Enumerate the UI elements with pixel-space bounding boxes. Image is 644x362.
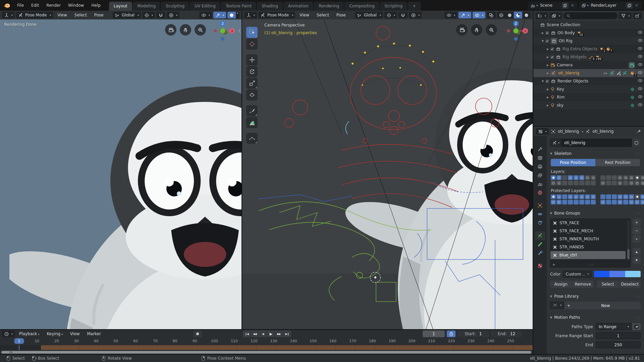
layer-toggle[interactable] [606, 175, 611, 180]
viewport-canvas-rendered[interactable]: Rendering Done Z X ❮ [0, 19, 241, 329]
visibility-eye[interactable] [638, 78, 643, 84]
layer-toggle[interactable] [574, 181, 579, 185]
scene-selector[interactable]: ▾ Scene [528, 2, 577, 9]
timeline-menu-keying[interactable]: Keying▾ [44, 331, 66, 337]
properties-tab-physics[interactable] [535, 219, 545, 227]
shading-solid[interactable] [505, 12, 514, 18]
select-button[interactable]: Select [597, 281, 619, 288]
workspace-tab-scripting[interactable]: Scripting [380, 2, 407, 11]
fake-user-button[interactable] [632, 139, 641, 147]
outliner-row-rig-extra-objects[interactable]: ▶✓Rig Extra Objects27 [533, 45, 644, 53]
color-set-dropdown[interactable]: Custom ..▾ [563, 270, 591, 278]
layer-toggle[interactable] [629, 194, 634, 199]
play-button[interactable]: ▶ [267, 330, 275, 337]
shading-rendered[interactable] [227, 12, 236, 18]
jump-start-button[interactable]: ❙◀ [243, 330, 251, 337]
visibility-eye[interactable] [638, 102, 643, 108]
properties-editor-type[interactable]: ▾ [536, 128, 549, 135]
bone-group-str_inner_mouth[interactable]: STR_INNER_MOUTH [550, 235, 630, 243]
disclosure-icon[interactable]: ▼ [540, 80, 545, 83]
layer-toggle[interactable] [600, 175, 605, 180]
properties-tab-tool[interactable] [535, 145, 545, 154]
frame-range-end-field[interactable]: 250 [596, 341, 641, 348]
layer-toggle[interactable] [591, 181, 596, 185]
search-input[interactable] [564, 12, 618, 19]
outliner-display-mode[interactable]: ▾ [535, 12, 548, 19]
shading-material-preview[interactable] [514, 12, 522, 18]
color-swatch-1[interactable] [594, 271, 609, 277]
layer-toggle[interactable] [606, 181, 611, 185]
visibility-eye[interactable] [638, 86, 643, 92]
preview-range-button[interactable] [447, 330, 455, 337]
bone-group-blue_ctrl[interactable]: blue_ctrl [550, 251, 626, 259]
remove-bone-group-button[interactable]: − [633, 227, 641, 234]
layer-toggle[interactable] [562, 175, 567, 180]
layer-toggle[interactable] [618, 194, 623, 199]
layer-toggle[interactable] [623, 181, 628, 185]
snap-toggle[interactable] [398, 12, 408, 18]
menu-help[interactable]: Help [88, 2, 104, 9]
properties-tab-render[interactable] [535, 154, 545, 162]
layer-toggle[interactable] [574, 175, 579, 180]
remove-button[interactable]: Remove [572, 281, 594, 288]
workspace-tab-shading[interactable]: Shading [257, 2, 283, 11]
checkbox[interactable]: ✓ [545, 31, 549, 35]
workspace-tab-[interactable]: + [408, 2, 421, 11]
layer-toggle[interactable] [618, 181, 623, 185]
layer-toggle[interactable] [551, 175, 556, 180]
menu-edit[interactable]: Edit [28, 2, 43, 9]
layer-toggle[interactable] [635, 194, 640, 199]
outliner-row-key[interactable]: ▶Key [533, 85, 644, 93]
layer-toggle[interactable] [640, 194, 644, 199]
header-menu-select[interactable]: Select [314, 12, 332, 18]
bone-groups-panel-header[interactable]: ▼ Bone Groups :::: [550, 209, 641, 217]
disclosure-icon[interactable]: ▶ [545, 48, 550, 51]
bone-group-str_hands[interactable]: STR_HANDS [550, 243, 630, 251]
disclosure-icon[interactable]: ▼ [540, 40, 545, 43]
header-menu-pose[interactable]: Pose [333, 12, 349, 18]
new-layer-button[interactable] [626, 2, 633, 9]
end-frame-field[interactable]: End:12 [491, 330, 522, 337]
workspace-tab-sculpting[interactable]: Sculpting [161, 2, 189, 11]
playhead[interactable] [19, 345, 19, 350]
proportional-editing[interactable]: ▾ [409, 12, 422, 18]
transform-orientation[interactable]: Global▾ [355, 12, 383, 18]
paths-type-dropdown[interactable]: In Range▾ [596, 323, 632, 330]
timeline-ruler[interactable]: 1020304050607080901001101201301401501601… [0, 338, 533, 345]
camera-view-button[interactable] [165, 24, 176, 36]
timeline-menu-view[interactable]: View [67, 331, 83, 337]
checkbox[interactable]: ✓ [550, 55, 554, 59]
tool-annotate[interactable] [246, 105, 258, 116]
properties-tab-view-layer[interactable] [535, 171, 545, 180]
layer-toggle[interactable] [556, 175, 561, 180]
layer-toggle[interactable] [618, 200, 623, 204]
outliner-row-oti-rig[interactable]: ▼✓Oti Rig [533, 37, 644, 45]
close-scene-button[interactable] [569, 2, 576, 9]
properties-tab-data[interactable] [535, 231, 545, 240]
breadcrumb-data[interactable]: oti_blenrig [592, 129, 613, 134]
properties-tab-object[interactable] [535, 201, 545, 210]
layer-toggle[interactable] [551, 200, 556, 204]
tool-cursor[interactable] [246, 39, 258, 50]
pose-library-panel-header[interactable]: ▼ Pose Library :::: [550, 293, 641, 300]
layer-toggle[interactable] [574, 200, 579, 204]
pose-position-button[interactable]: Pose Position [551, 159, 595, 166]
layer-toggle[interactable] [591, 194, 596, 199]
layer-toggle[interactable] [623, 200, 628, 204]
visibility-eye[interactable] [638, 94, 643, 100]
scrollbar-knob[interactable] [9, 351, 13, 354]
header-menu-select[interactable]: Select [71, 12, 90, 18]
sidebar-collapse-arrow[interactable]: ❮ [238, 29, 241, 33]
pan-view-button[interactable] [471, 24, 482, 36]
timeline-editor-selector[interactable]: ▾ [2, 330, 15, 337]
disclosure-icon[interactable]: ▶ [545, 64, 550, 67]
header-menu-view[interactable]: View [54, 12, 70, 18]
layer-toggle[interactable] [635, 175, 640, 180]
bone-group-str_face_mech[interactable]: STR_FACE_MECH [550, 227, 630, 235]
tool-select-box[interactable] [246, 27, 258, 38]
checkbox[interactable]: ✓ [550, 47, 554, 51]
visibility-eye[interactable] [638, 38, 643, 44]
disclosure-icon[interactable]: ▶ [545, 88, 550, 91]
timeline-range-band[interactable] [0, 345, 533, 350]
expand-arrow[interactable]: ▶ [553, 263, 555, 266]
